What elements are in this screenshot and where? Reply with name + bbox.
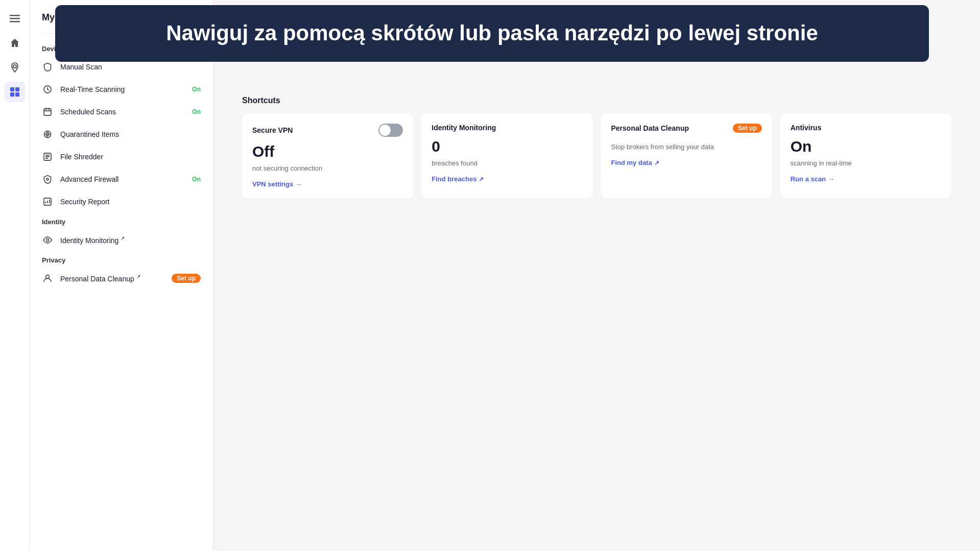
- sidebar-item-personal-data-cleanup[interactable]: Personal Data Cleanup ↗ Set up: [30, 267, 213, 290]
- antivirus-value: On: [791, 138, 941, 155]
- personal-data-cleanup-desc: Stop brokers from selling your data: [611, 143, 762, 151]
- personal-data-cleanup-header: Personal Data Cleanup Set up: [611, 124, 762, 133]
- clock-icon: [42, 84, 53, 95]
- identity-monitoring-desc: breaches found: [432, 159, 582, 167]
- secure-vpn-desc: not securing connection: [252, 164, 403, 172]
- rail-location[interactable]: [5, 57, 25, 78]
- personal-data-cleanup-title: Personal Data Cleanup: [611, 124, 689, 132]
- sidebar-item-quarantined-items[interactable]: Quarantined Items: [30, 123, 213, 146]
- identity-monitoring-label: Identity Monitoring ↗: [60, 235, 201, 245]
- sidebar: My Protection Device Manual Scan Real-Ti…: [30, 0, 213, 551]
- svg-rect-9: [44, 109, 51, 115]
- app-container: My Protection Device Manual Scan Real-Ti…: [0, 0, 980, 551]
- shield-icon: [42, 61, 53, 73]
- secure-vpn-header: Secure VPN: [252, 124, 403, 137]
- run-a-scan-link[interactable]: Run a scan →: [791, 175, 941, 183]
- antivirus-title: Antivirus: [791, 124, 822, 132]
- identity-monitoring-header: Identity Monitoring: [432, 124, 582, 132]
- identity-section-label: Identity: [30, 213, 213, 229]
- personal-data-cleanup-label: Personal Data Cleanup ↗: [60, 274, 164, 283]
- antivirus-desc: scanning in real-time: [791, 159, 941, 167]
- eye-icon: [42, 234, 53, 246]
- shortcuts-grid: Secure VPN Off not securing connection V…: [242, 113, 951, 198]
- find-breaches-link[interactable]: Find breaches ↗: [432, 175, 582, 183]
- svg-rect-0: [10, 15, 20, 16]
- svg-rect-4: [10, 87, 14, 91]
- find-my-data-link[interactable]: Find my data ↗: [611, 159, 762, 166]
- svg-rect-6: [10, 92, 14, 97]
- svg-rect-1: [10, 18, 20, 19]
- antivirus-header: Antivirus: [791, 124, 941, 132]
- sidebar-item-scheduled-scans[interactable]: Scheduled Scans On: [30, 101, 213, 123]
- sidebar-item-file-shredder[interactable]: File Shredder: [30, 146, 213, 168]
- svg-point-3: [13, 65, 16, 68]
- rail-home[interactable]: [5, 33, 25, 53]
- antivirus-card: Antivirus On scanning in real-time Run a…: [780, 113, 951, 198]
- advanced-firewall-badge: On: [192, 176, 201, 183]
- calendar-icon: [42, 106, 53, 117]
- identity-monitoring-title: Identity Monitoring: [432, 124, 496, 132]
- svg-rect-5: [15, 87, 19, 91]
- sidebar-item-identity-monitoring[interactable]: Identity Monitoring ↗: [30, 229, 213, 251]
- svg-point-13: [46, 178, 49, 180]
- shortcuts-container: Shortcuts Secure VPN Off not securing co…: [230, 84, 964, 210]
- tooltip-text: Nawiguj za pomocą skrótów lub paska narz…: [76, 19, 909, 47]
- personal-data-cleanup-badge: Set up: [172, 274, 201, 283]
- secure-vpn-value: Off: [252, 143, 403, 160]
- icon-rail: [0, 0, 30, 551]
- personal-data-cleanup-card: Personal Data Cleanup Set up Stop broker…: [601, 113, 772, 198]
- sidebar-item-advanced-firewall[interactable]: Advanced Firewall On: [30, 168, 213, 190]
- fire-icon: [42, 174, 53, 185]
- scheduled-scans-badge: On: [192, 108, 201, 115]
- tooltip-overlay: Nawiguj za pomocą skrótów lub paska narz…: [55, 5, 929, 62]
- svg-point-15: [46, 239, 49, 242]
- user-icon: [42, 273, 53, 284]
- quarantined-items-label: Quarantined Items: [60, 130, 201, 138]
- sidebar-item-security-report[interactable]: Security Report: [30, 190, 213, 213]
- chart-icon: [42, 196, 53, 207]
- svg-rect-7: [15, 92, 19, 97]
- real-time-scanning-label: Real-Time Scanning: [60, 85, 185, 93]
- main-content: Shortcuts Secure VPN Off not securing co…: [213, 0, 980, 551]
- file-shredder-label: File Shredder: [60, 153, 201, 161]
- shortcuts-title: Shortcuts: [242, 96, 951, 105]
- vpn-settings-link[interactable]: VPN settings →: [252, 180, 403, 188]
- secure-vpn-card: Secure VPN Off not securing connection V…: [242, 113, 413, 198]
- identity-monitoring-value: 0: [432, 138, 582, 155]
- advanced-firewall-label: Advanced Firewall: [60, 175, 185, 183]
- identity-monitoring-card: Identity Monitoring 0 breaches found Fin…: [421, 113, 592, 198]
- box-icon: [42, 129, 53, 140]
- svg-rect-2: [10, 21, 20, 22]
- sidebar-item-real-time-scanning[interactable]: Real-Time Scanning On: [30, 78, 213, 101]
- scheduled-scans-label: Scheduled Scans: [60, 108, 185, 116]
- scissors-icon: [42, 151, 53, 162]
- secure-vpn-toggle[interactable]: [378, 124, 403, 137]
- privacy-section-label: Privacy: [30, 251, 213, 267]
- personal-data-cleanup-setup-badge: Set up: [733, 124, 762, 133]
- secure-vpn-title: Secure VPN: [252, 126, 293, 134]
- manual-scan-label: Manual Scan: [60, 63, 201, 71]
- security-report-label: Security Report: [60, 198, 201, 206]
- real-time-scanning-badge: On: [192, 86, 201, 93]
- rail-grid[interactable]: [5, 82, 25, 102]
- rail-menu[interactable]: [5, 8, 25, 29]
